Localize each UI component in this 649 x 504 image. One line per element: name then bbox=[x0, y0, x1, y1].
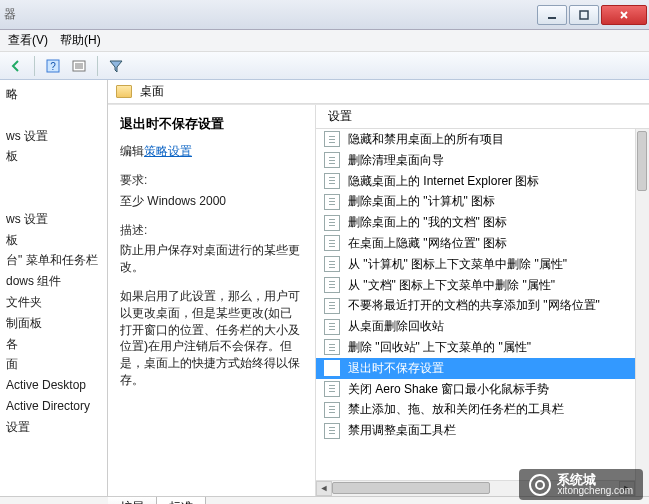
settings-row[interactable]: 不要将最近打开的文档的共享添加到 "网络位置" bbox=[316, 295, 649, 316]
tree-item[interactable]: ws 设置 bbox=[0, 126, 107, 147]
settings-row-label: 隐藏和禁用桌面上的所有项目 bbox=[348, 131, 504, 148]
policy-icon bbox=[324, 402, 340, 418]
tree-item[interactable]: 板 bbox=[0, 146, 107, 167]
settings-row-label: 退出时不保存设置 bbox=[348, 360, 444, 377]
tab-standard[interactable]: 标准 bbox=[156, 497, 206, 504]
policy-icon bbox=[324, 360, 340, 376]
tab-extended[interactable]: 扩展 bbox=[108, 497, 157, 504]
settings-row[interactable]: 删除桌面上的 "我的文档" 图标 bbox=[316, 212, 649, 233]
settings-row-label: 从 "文档" 图标上下文菜单中删除 "属性" bbox=[348, 277, 555, 294]
menu-bar: 查看(V) 帮助(H) bbox=[0, 30, 649, 52]
settings-row-label: 关闭 Aero Shake 窗口最小化鼠标手势 bbox=[348, 381, 549, 398]
settings-row[interactable]: 隐藏桌面上的 Internet Explorer 图标 bbox=[316, 171, 649, 192]
menu-view[interactable]: 查看(V) bbox=[8, 32, 48, 49]
policy-icon bbox=[324, 339, 340, 355]
policy-icon bbox=[324, 256, 340, 272]
detail-pane: 退出时不保存设置 编辑策略设置 要求: 至少 Windows 2000 描述: … bbox=[108, 105, 316, 496]
edit-policy-link[interactable]: 策略设置 bbox=[144, 144, 192, 158]
settings-row[interactable]: 从桌面删除回收站 bbox=[316, 316, 649, 337]
policy-icon bbox=[324, 423, 340, 439]
tree-item[interactable]: 面 bbox=[0, 354, 107, 375]
tree-item[interactable]: 制面板 bbox=[0, 313, 107, 334]
tree-item[interactable]: ws 设置 bbox=[0, 209, 107, 230]
help-icon[interactable]: ? bbox=[41, 55, 65, 77]
scroll-thumb[interactable] bbox=[637, 131, 647, 191]
svg-rect-1 bbox=[580, 11, 588, 19]
policy-icon bbox=[324, 152, 340, 168]
minimize-button[interactable] bbox=[537, 5, 567, 25]
scroll-left-icon[interactable]: ◄ bbox=[316, 481, 332, 496]
description-text-2: 如果启用了此设置，那么，用户可以更改桌面，但是某些更改(如已打开窗口的位置、任务… bbox=[120, 288, 303, 389]
watermark-url: xitongcheng.com bbox=[557, 486, 633, 496]
close-button[interactable] bbox=[601, 5, 647, 25]
settings-row-label: 删除桌面上的 "我的文档" 图标 bbox=[348, 214, 507, 231]
tree-item[interactable]: 设置 bbox=[0, 417, 107, 438]
settings-list-pane: 设置 隐藏和禁用桌面上的所有项目删除清理桌面向导隐藏桌面上的 Internet … bbox=[316, 105, 649, 496]
filter-icon[interactable] bbox=[104, 55, 128, 77]
tree-item[interactable]: dows 组件 bbox=[0, 271, 107, 292]
policy-icon bbox=[324, 215, 340, 231]
maximize-button[interactable] bbox=[569, 5, 599, 25]
settings-row[interactable]: 禁用调整桌面工具栏 bbox=[316, 420, 649, 441]
description-text-1: 防止用户保存对桌面进行的某些更改。 bbox=[120, 242, 303, 276]
settings-row[interactable]: 从 "计算机" 图标上下文菜单中删除 "属性" bbox=[316, 254, 649, 275]
tree-item[interactable]: Active Desktop bbox=[0, 375, 107, 396]
tree-item[interactable]: 各 bbox=[0, 334, 107, 355]
settings-row-label: 删除桌面上的 "计算机" 图标 bbox=[348, 193, 495, 210]
policy-icon bbox=[324, 298, 340, 314]
settings-row-label: 删除 "回收站" 上下文菜单的 "属性" bbox=[348, 339, 531, 356]
watermark-logo-icon bbox=[529, 474, 551, 496]
settings-row[interactable]: 删除 "回收站" 上下文菜单的 "属性" bbox=[316, 337, 649, 358]
policy-title: 退出时不保存设置 bbox=[120, 115, 303, 133]
vertical-scrollbar[interactable] bbox=[635, 129, 649, 496]
settings-row[interactable]: 删除清理桌面向导 bbox=[316, 150, 649, 171]
settings-row-label: 隐藏桌面上的 Internet Explorer 图标 bbox=[348, 173, 539, 190]
description-label: 描述: bbox=[120, 222, 303, 239]
nav-tree[interactable]: 略 ws 设置板 ws 设置板台" 菜单和任务栏dows 组件文件夹制面板各面A… bbox=[0, 80, 108, 496]
policy-icon bbox=[324, 319, 340, 335]
path-label: 桌面 bbox=[140, 83, 164, 100]
back-icon[interactable] bbox=[4, 55, 28, 77]
settings-list[interactable]: 隐藏和禁用桌面上的所有项目删除清理桌面向导隐藏桌面上的 Internet Exp… bbox=[316, 129, 649, 496]
settings-row[interactable]: 在桌面上隐藏 "网络位置" 图标 bbox=[316, 233, 649, 254]
settings-column-header[interactable]: 设置 bbox=[316, 105, 649, 129]
policy-icon bbox=[324, 277, 340, 293]
watermark: 系统城 xitongcheng.com bbox=[519, 469, 643, 500]
menu-help[interactable]: 帮助(H) bbox=[60, 32, 101, 49]
requirements-label: 要求: bbox=[120, 172, 303, 189]
settings-row[interactable]: 禁止添加、拖、放和关闭任务栏的工具栏 bbox=[316, 399, 649, 420]
tree-item[interactable]: 文件夹 bbox=[0, 292, 107, 313]
separator-icon bbox=[97, 56, 98, 76]
settings-row-label: 从桌面删除回收站 bbox=[348, 318, 444, 335]
settings-row[interactable]: 退出时不保存设置 bbox=[316, 358, 649, 379]
tree-item[interactable]: 板 bbox=[0, 230, 107, 251]
tree-item[interactable]: 略 bbox=[0, 84, 107, 105]
settings-row-label: 删除清理桌面向导 bbox=[348, 152, 444, 169]
title-bar: 器 bbox=[0, 0, 649, 30]
settings-row[interactable]: 关闭 Aero Shake 窗口最小化鼠标手势 bbox=[316, 379, 649, 400]
requirements-value: 至少 Windows 2000 bbox=[120, 193, 303, 210]
separator-icon bbox=[34, 56, 35, 76]
policy-icon bbox=[324, 381, 340, 397]
toolbar: ? bbox=[0, 52, 649, 80]
settings-row-label: 禁止添加、拖、放和关闭任务栏的工具栏 bbox=[348, 401, 564, 418]
settings-row[interactable]: 从 "文档" 图标上下文菜单中删除 "属性" bbox=[316, 275, 649, 296]
policy-icon bbox=[324, 194, 340, 210]
settings-row[interactable]: 隐藏和禁用桌面上的所有项目 bbox=[316, 129, 649, 150]
path-bar: 桌面 bbox=[108, 80, 649, 104]
settings-row-label: 从 "计算机" 图标上下文菜单中删除 "属性" bbox=[348, 256, 567, 273]
settings-row[interactable]: 删除桌面上的 "计算机" 图标 bbox=[316, 191, 649, 212]
properties-icon[interactable] bbox=[67, 55, 91, 77]
edit-prefix: 编辑 bbox=[120, 144, 144, 158]
tree-item[interactable] bbox=[0, 167, 107, 188]
tree-item[interactable]: 台" 菜单和任务栏 bbox=[0, 250, 107, 271]
scroll-thumb[interactable] bbox=[332, 482, 490, 494]
svg-rect-0 bbox=[548, 17, 556, 19]
tree-item[interactable]: Active Directory bbox=[0, 396, 107, 417]
settings-row-label: 不要将最近打开的文档的共享添加到 "网络位置" bbox=[348, 297, 600, 314]
folder-icon bbox=[116, 85, 132, 98]
tree-item[interactable] bbox=[0, 105, 107, 126]
policy-icon bbox=[324, 173, 340, 189]
tree-item[interactable] bbox=[0, 188, 107, 209]
window-title-fragment: 器 bbox=[4, 6, 16, 23]
